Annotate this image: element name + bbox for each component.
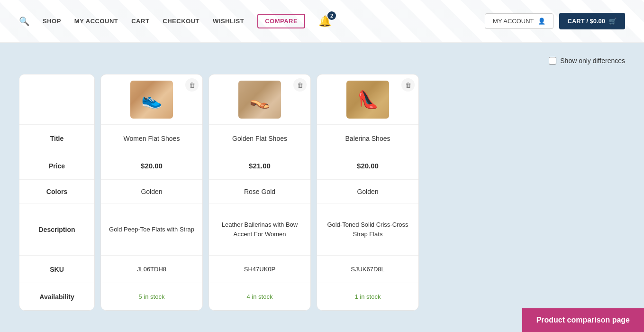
- bottom-banner[interactable]: Product comparison page: [522, 308, 644, 332]
- product-image-balerina-shoes: [346, 81, 389, 119]
- label-price: Price: [19, 152, 94, 179]
- nav-checkout[interactable]: CHECKOUT: [163, 18, 200, 25]
- product-col-balerina-shoes: 🗑 Balerina Shoes $20.00 Golden Gold-Tone…: [317, 74, 419, 311]
- my-account-label: MY ACCOUNT: [493, 18, 534, 25]
- nav-wishlist[interactable]: WISHLIST: [213, 18, 244, 25]
- wishlist-icon-area[interactable]: 🔔 2: [318, 15, 331, 28]
- product-colors-golden-flat-shoes: Rose Gold: [209, 179, 310, 203]
- product-img-area-balerina-shoes: 🗑: [317, 74, 418, 124]
- show-differences-label[interactable]: Show only differences: [560, 57, 625, 65]
- product-colors-balerina-shoes: Golden: [317, 179, 418, 203]
- nav-cart[interactable]: CART: [131, 18, 149, 25]
- product-col-women-flat-shoes: 🗑 Women Flat Shoes $20.00 Golden Gold Pe…: [100, 74, 203, 311]
- cart-icon: 🛒: [609, 18, 617, 25]
- cart-label: CART / $0.00: [568, 18, 605, 25]
- product-img-area-golden-flat-shoes: 🗑: [209, 74, 310, 124]
- product-description-balerina-shoes: Gold-Toned Solid Criss-Cross Strap Flats: [317, 203, 418, 255]
- product-price-women-flat-shoes: $20.00: [101, 152, 202, 179]
- product-availability-balerina-shoes: 1 in stock: [317, 283, 418, 310]
- label-title: Title: [19, 124, 94, 152]
- delete-product-golden-flat-shoes[interactable]: 🗑: [293, 78, 307, 92]
- product-img-area-women-flat-shoes: 🗑: [101, 74, 202, 124]
- compare-table: Title Price Colors Description SKU Avail…: [19, 74, 625, 311]
- delete-product-balerina-shoes[interactable]: 🗑: [401, 78, 415, 92]
- product-title-women-flat-shoes: Women Flat Shoes: [101, 124, 202, 152]
- label-colors: Colors: [19, 179, 94, 203]
- label-sku: SKU: [19, 255, 94, 283]
- product-sku-women-flat-shoes: JL06TDH8: [101, 255, 202, 283]
- label-availability: Availability: [19, 283, 94, 310]
- nav-my-account[interactable]: MY ACCOUNT: [74, 18, 118, 25]
- cart-button[interactable]: CART / $0.00 🛒: [559, 13, 625, 29]
- main-content: Show only differences Title Price Colors…: [0, 43, 644, 332]
- delete-product-women-flat-shoes[interactable]: 🗑: [185, 78, 199, 92]
- product-sku-golden-flat-shoes: SH47UK0P: [209, 255, 310, 283]
- wishlist-badge: 2: [327, 11, 336, 20]
- search-icon[interactable]: 🔍: [19, 16, 29, 27]
- product-title-balerina-shoes: Balerina Shoes: [317, 124, 418, 152]
- label-img-placeholder: [19, 74, 94, 124]
- product-image-women-flat-shoes: [130, 81, 173, 119]
- my-account-button[interactable]: MY ACCOUNT 👤: [485, 13, 553, 29]
- options-bar: Show only differences: [19, 57, 625, 65]
- product-sku-balerina-shoes: SJUK67D8L: [317, 255, 418, 283]
- label-description: Description: [19, 203, 94, 255]
- product-availability-golden-flat-shoes: 4 in stock: [209, 283, 310, 310]
- product-colors-women-flat-shoes: Golden: [101, 179, 202, 203]
- header: 🔍 SHOP MY ACCOUNT CART CHECKOUT WISHLIST…: [0, 0, 644, 43]
- bottom-banner-label: Product comparison page: [536, 316, 630, 324]
- user-icon: 👤: [538, 18, 545, 25]
- product-description-golden-flat-shoes: Leather Ballerinas with Bow Accent For W…: [209, 203, 310, 255]
- product-availability-women-flat-shoes: 5 in stock: [101, 283, 202, 310]
- show-differences-checkbox[interactable]: [549, 57, 556, 65]
- navigation: 🔍 SHOP MY ACCOUNT CART CHECKOUT WISHLIST…: [19, 14, 485, 28]
- product-image-golden-flat-shoes: [238, 81, 281, 119]
- product-col-golden-flat-shoes: 🗑 Golden Flat Shoes $21.00 Rose Gold Lea…: [209, 74, 311, 311]
- product-price-golden-flat-shoes: $21.00: [209, 152, 310, 179]
- show-differences-option: Show only differences: [549, 57, 625, 65]
- nav-compare[interactable]: COMPARE: [257, 14, 305, 28]
- nav-shop[interactable]: SHOP: [43, 18, 61, 25]
- product-price-balerina-shoes: $20.00: [317, 152, 418, 179]
- product-description-women-flat-shoes: Gold Peep-Toe Flats with Strap: [101, 203, 202, 255]
- header-right: MY ACCOUNT 👤 CART / $0.00 🛒: [485, 13, 625, 29]
- label-column: Title Price Colors Description SKU Avail…: [19, 74, 95, 311]
- product-title-golden-flat-shoes: Golden Flat Shoes: [209, 124, 310, 152]
